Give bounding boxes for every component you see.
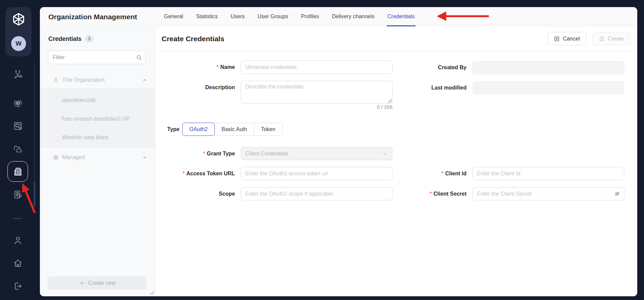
type-option-basic-auth[interactable]: Basic Auth <box>214 123 254 136</box>
app-logo-cube-icon[interactable] <box>11 12 26 27</box>
grant-type-value: Client Credentials <box>245 151 288 156</box>
person-icon <box>52 77 59 83</box>
required-marker: * <box>442 171 444 176</box>
section-label: This Organization <box>62 77 104 83</box>
grant-type-select: Client Credentials <box>241 147 392 160</box>
client-id-input[interactable] <box>472 167 624 180</box>
create-button[interactable]: Create <box>592 32 630 45</box>
scope-label: Scope <box>161 187 235 200</box>
tab-delivery-channels[interactable]: Delivery channels <box>326 7 381 26</box>
global-network-icon[interactable] <box>13 98 23 108</box>
required-marker: * <box>216 64 218 70</box>
panel-title-row: Credentials 3 <box>48 35 93 43</box>
created-by-label: Created By <box>392 61 467 74</box>
description-char-counter: 0 / 256 <box>241 104 392 110</box>
description-label: Description <box>161 81 235 94</box>
create-new-label: Create new <box>88 280 116 286</box>
tab-credentials[interactable]: Credentials <box>381 7 421 26</box>
rail-divider <box>13 218 22 219</box>
search-icon[interactable] <box>136 54 143 61</box>
chevron-down-icon[interactable] <box>142 154 148 160</box>
create-new-button[interactable]: Create new <box>48 276 146 290</box>
client-secret-input[interactable] <box>472 187 624 200</box>
tab-profiles[interactable]: Profiles <box>294 7 325 26</box>
type-option-token[interactable]: Token <box>254 123 283 136</box>
textarea-resize-handle[interactable] <box>388 99 392 103</box>
filter-field-wrap <box>48 51 146 64</box>
section-label: Managed <box>62 154 85 160</box>
name-label: *Name <box>161 60 235 74</box>
tab-bar: General Statistics Users User Groups Pro… <box>158 7 421 26</box>
select-chevron-down-icon <box>382 151 388 157</box>
client-id-label: *Client Id <box>392 167 467 180</box>
app-rail: W <box>0 0 40 300</box>
plus-icon <box>79 280 85 286</box>
create-label: Create <box>608 36 624 42</box>
cancel-button[interactable]: Cancel <box>547 32 586 45</box>
section-managed[interactable]: Managed <box>40 150 155 165</box>
type-label: Type <box>160 123 180 136</box>
logo-container: W <box>5 7 31 56</box>
access-token-url-label: *Access Token URL <box>161 167 235 180</box>
client-secret-label: *Client Secret <box>392 187 467 200</box>
required-marker: * <box>203 151 205 156</box>
organization-building-icon[interactable] <box>13 167 23 177</box>
page-title: Organization Management <box>48 7 137 26</box>
logout-icon[interactable] <box>13 281 23 291</box>
credentials-list-panel: Credentials 3 This Organization <box>40 26 156 296</box>
tab-user-groups[interactable]: User Groups <box>251 7 295 26</box>
form-title: Create Credentials <box>162 26 224 51</box>
eye-invisible-icon[interactable] <box>614 190 621 197</box>
content-card: Organization Management General Statisti… <box>40 7 637 296</box>
panel-title: Credentials <box>48 35 81 43</box>
cloud-folder-icon[interactable] <box>13 144 23 154</box>
required-marker: * <box>430 191 432 197</box>
card-header: Organization Management General Statisti… <box>40 7 637 26</box>
close-square-icon <box>554 36 560 42</box>
required-marker: * <box>183 171 185 176</box>
name-input[interactable] <box>241 60 392 74</box>
created-by-value <box>472 61 624 74</box>
tab-statistics[interactable]: Statistics <box>190 7 224 26</box>
client-secret-wrap <box>472 187 624 200</box>
hardware-chip-icon[interactable] <box>13 121 23 131</box>
credentials-form: *Name Created By Description Last modifi… <box>156 51 637 296</box>
home-icon[interactable] <box>13 258 23 268</box>
credentials-count-badge: 3 <box>85 35 93 43</box>
filter-input[interactable] <box>48 51 146 64</box>
user-avatar[interactable]: W <box>11 36 26 51</box>
grant-type-label: *Grant Type <box>161 147 235 160</box>
form-toolbar: Create Credentials Cancel <box>156 26 637 51</box>
cancel-label: Cancel <box>563 36 580 42</box>
type-segmented-control: OAuth2 Basic Auth Token <box>182 123 283 136</box>
toolbar-buttons: Cancel Create <box>547 32 630 45</box>
main-content: Create Credentials Cancel <box>156 26 637 296</box>
description-textarea[interactable] <box>241 81 392 104</box>
stethoscope-icon[interactable] <box>13 69 23 79</box>
last-modified-value <box>472 81 624 95</box>
list-item-weather-data-block[interactable]: Weather data block <box>40 128 155 147</box>
tab-users[interactable]: Users <box>224 7 251 26</box>
panel-resize-handle[interactable] <box>150 291 154 295</box>
document-audit-icon[interactable] <box>13 190 23 200</box>
list-item-dasmltdev2db[interactable]: dasmltdev2db <box>40 91 155 109</box>
type-option-oauth2[interactable]: OAuth2 <box>182 123 215 136</box>
organization-items: dasmltdev2db func-scoped-dasmltdev2-SP W… <box>40 89 155 148</box>
scope-input[interactable] <box>241 187 392 200</box>
save-icon <box>599 36 605 42</box>
access-token-url-input[interactable] <box>241 167 392 180</box>
globe-icon <box>52 154 59 161</box>
rail-scrollbar-thumb[interactable] <box>34 182 35 207</box>
chevron-up-icon[interactable] <box>142 77 148 83</box>
list-item-func-scoped[interactable]: func-scoped-dasmltdev2-SP <box>40 109 155 128</box>
section-this-organization[interactable]: This Organization <box>40 73 155 87</box>
user-profile-icon[interactable] <box>13 235 23 245</box>
last-modified-label: Last modified <box>392 81 467 95</box>
tab-general[interactable]: General <box>158 7 190 26</box>
